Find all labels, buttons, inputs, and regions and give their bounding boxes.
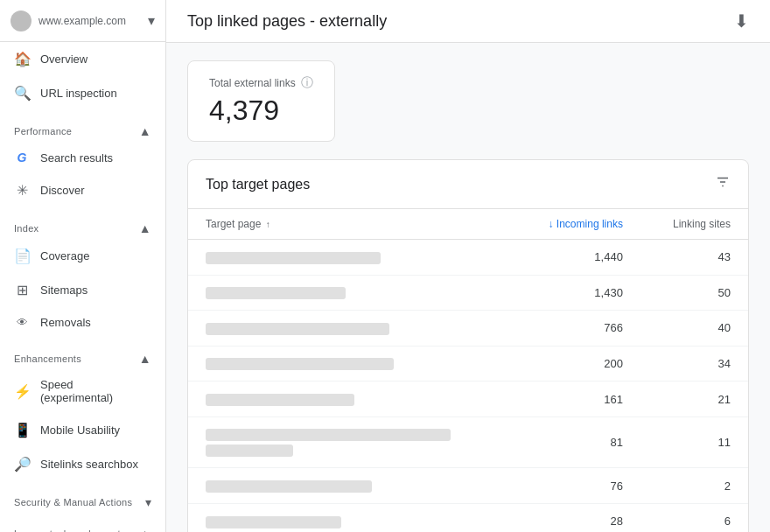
speed-icon: ⚡ — [14, 383, 30, 400]
incoming-links-cell: 76 — [513, 468, 640, 504]
incoming-links-cell: 161 — [513, 382, 640, 417]
collapse-icon[interactable]: ▲ — [139, 124, 151, 138]
section-legacy: Legacy tools and reports ▲ — [0, 520, 165, 532]
url-cell[interactable] — [188, 346, 513, 382]
linking-sites-cell: 11 — [640, 416, 748, 468]
google-icon: G — [14, 150, 30, 164]
info-icon[interactable]: ⓘ — [301, 75, 313, 91]
sidebar-header[interactable]: www.example.com ▾ — [0, 0, 165, 42]
table-row[interactable]: 76640 — [188, 311, 748, 346]
col-target-page[interactable]: Target page ↑ — [188, 209, 513, 240]
url-cell[interactable] — [188, 311, 513, 346]
sidebar: www.example.com ▾ 🏠 Overview 🔍 URL inspe… — [0, 0, 166, 532]
sidebar-item-discover[interactable]: ✳ Discover — [0, 173, 158, 207]
stats-value: 4,379 — [209, 94, 313, 127]
table-card: Top target pages Target page ↑ ↓ — [187, 159, 749, 532]
url-cell[interactable] — [188, 468, 513, 504]
table-row[interactable]: 1,43050 — [188, 275, 748, 311]
removals-icon: 👁 — [14, 316, 30, 329]
sidebar-item-label: Speed (experimental) — [40, 378, 144, 404]
collapse-icon[interactable]: ▾ — [145, 495, 151, 509]
sitelinks-icon: 🔎 — [14, 456, 30, 472]
sitemaps-icon: ⊞ — [14, 282, 30, 298]
top-pages-table: Target page ↑ ↓ Incoming links Linking s… — [188, 209, 748, 532]
section-security: Security & Manual Actions ▾ — [0, 488, 165, 513]
url-cell[interactable] — [188, 503, 513, 532]
sidebar-chevron-icon[interactable]: ▾ — [148, 12, 155, 29]
filter-icon[interactable] — [715, 174, 731, 194]
mobile-icon: 📱 — [14, 422, 30, 438]
url-cell[interactable] — [188, 240, 513, 276]
section-performance: Performance ▲ — [0, 117, 165, 142]
sidebar-item-overview[interactable]: 🏠 Overview — [0, 42, 158, 76]
sidebar-item-label: Sitemaps — [40, 284, 88, 297]
discover-icon: ✳ — [14, 182, 30, 199]
sort-down-icon: ↓ — [549, 218, 554, 230]
section-enhancements: Enhancements ▲ — [0, 345, 165, 369]
sidebar-item-search-results[interactable]: G Search results — [0, 142, 158, 173]
sidebar-item-label: Discover — [40, 184, 85, 197]
col-linking-sites[interactable]: Linking sites — [640, 209, 748, 240]
incoming-links-cell: 200 — [513, 346, 640, 382]
blurred-url — [206, 480, 372, 493]
stats-card: Total external links ⓘ 4,379 — [187, 60, 335, 142]
blurred-url-line2 — [206, 444, 293, 457]
url-cell[interactable] — [188, 416, 513, 468]
sidebar-item-url-inspection[interactable]: 🔍 URL inspection — [0, 76, 158, 110]
stats-label: Total external links ⓘ — [209, 75, 313, 91]
linking-sites-cell: 21 — [640, 382, 748, 417]
collapse-icon[interactable]: ▲ — [139, 352, 151, 366]
table-card-header: Top target pages — [188, 160, 748, 209]
table-row[interactable]: 20034 — [188, 346, 748, 382]
url-cell[interactable] — [188, 382, 513, 417]
download-icon[interactable]: ⬇ — [734, 10, 749, 32]
blurred-url — [206, 394, 354, 406]
sidebar-item-label: Coverage — [40, 249, 89, 262]
incoming-links-cell: 1,430 — [513, 275, 640, 311]
collapse-icon[interactable]: ▲ — [139, 527, 151, 532]
main-content: Top linked pages - externally ⬇ Total ex… — [166, 0, 770, 532]
blurred-url — [206, 287, 346, 299]
main-body: Total external links ⓘ 4,379 Top target … — [166, 43, 770, 532]
sidebar-item-label: Removals — [40, 316, 91, 329]
main-header: Top linked pages - externally ⬇ — [166, 0, 770, 43]
incoming-links-cell: 81 — [513, 416, 640, 468]
blurred-url — [206, 429, 451, 441]
linking-sites-cell: 43 — [640, 240, 748, 276]
sidebar-item-label: Sitelinks searchbox — [40, 458, 138, 471]
collapse-icon[interactable]: ▲ — [139, 221, 151, 235]
linking-sites-cell: 50 — [640, 275, 748, 311]
sidebar-item-label: URL inspection — [40, 87, 117, 100]
sidebar-item-label: Search results — [40, 151, 113, 164]
page-title: Top linked pages - externally — [187, 12, 387, 31]
table-row[interactable]: 8111 — [188, 416, 748, 468]
sidebar-item-label: Overview — [40, 52, 88, 66]
site-name: www.example.com — [38, 15, 141, 27]
linking-sites-cell: 34 — [640, 346, 748, 382]
linking-sites-cell: 40 — [640, 311, 748, 346]
sidebar-item-removals[interactable]: 👁 Removals — [0, 307, 158, 338]
blurred-url — [206, 252, 381, 264]
coverage-icon: 📄 — [14, 248, 30, 264]
sidebar-item-coverage[interactable]: 📄 Coverage — [0, 239, 158, 273]
incoming-links-cell: 766 — [513, 311, 640, 346]
linking-sites-cell: 6 — [640, 503, 748, 532]
blurred-url — [206, 516, 341, 528]
url-cell[interactable] — [188, 275, 513, 311]
table-row[interactable]: 16121 — [188, 382, 748, 417]
sidebar-item-mobile-usability[interactable]: 📱 Mobile Usability — [0, 413, 158, 447]
sidebar-item-sitelinks-searchbox[interactable]: 🔎 Sitelinks searchbox — [0, 447, 158, 481]
table-row[interactable]: 762 — [188, 468, 748, 504]
sidebar-item-speed[interactable]: ⚡ Speed (experimental) — [0, 369, 158, 413]
table-row[interactable]: 286 — [188, 503, 748, 532]
table-row[interactable]: 1,44043 — [188, 240, 748, 276]
table-title: Top target pages — [206, 177, 310, 192]
col-incoming-links[interactable]: ↓ Incoming links — [513, 209, 640, 240]
section-index: Index ▲ — [0, 214, 165, 239]
sort-icon: ↑ — [266, 220, 270, 229]
sidebar-item-sitemaps[interactable]: ⊞ Sitemaps — [0, 273, 158, 307]
incoming-links-cell: 1,440 — [513, 240, 640, 276]
incoming-links-cell: 28 — [513, 503, 640, 532]
blurred-url — [206, 358, 394, 370]
search-icon: 🔍 — [14, 85, 30, 102]
